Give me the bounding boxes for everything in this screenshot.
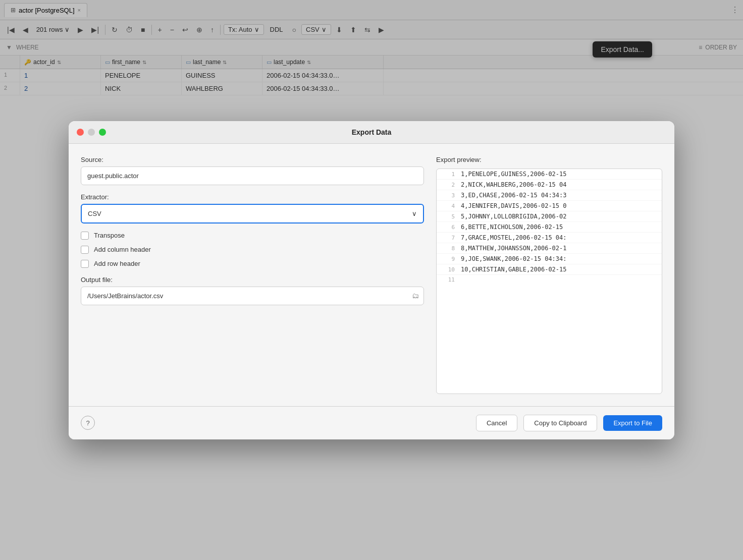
preview-line-num: 5 xyxy=(441,213,455,220)
preview-content: 6,BETTE,NICHOLSON,2006-02-15 xyxy=(461,223,563,231)
preview-line-num: 1 xyxy=(441,171,455,178)
preview-row: 99,JOE,SWANK,2006-02-15 04:34: xyxy=(437,254,662,264)
modal-footer: ? Cancel Copy to Clipboard Export to Fil… xyxy=(69,406,674,439)
transpose-checkbox[interactable] xyxy=(81,232,89,240)
output-file-field[interactable]: /Users/JetBrains/actor.csv xyxy=(81,287,424,305)
folder-icon[interactable]: 🗂 xyxy=(412,292,419,300)
help-button[interactable]: ? xyxy=(81,416,95,430)
extractor-dropdown-icon: ∨ xyxy=(412,210,417,217)
preview-line-num: 7 xyxy=(441,235,455,241)
source-section: Source: guest.public.actor xyxy=(81,156,424,185)
add-column-header-checkbox[interactable] xyxy=(81,246,89,254)
output-file-label: Output file: xyxy=(81,276,424,284)
add-row-header-label: Add row header xyxy=(94,260,140,267)
modal-titlebar: Export Data xyxy=(69,121,674,144)
output-file-section: Output file: /Users/JetBrains/actor.csv … xyxy=(81,276,424,305)
close-window-button[interactable] xyxy=(77,129,84,136)
source-label: Source: xyxy=(81,156,424,163)
add-row-header-checkbox-item[interactable]: Add row header xyxy=(81,260,424,268)
cancel-button[interactable]: Cancel xyxy=(476,415,517,431)
preview-line-num: 4 xyxy=(441,203,455,209)
preview-content: 8,MATTHEW,JOHANSSON,2006-02-1 xyxy=(461,245,567,252)
preview-content: 9,JOE,SWANK,2006-02-15 04:34: xyxy=(461,255,567,262)
preview-row: 77,GRACE,MOSTEL,2006-02-15 04: xyxy=(437,233,662,243)
modal-title: Export Data xyxy=(352,128,392,136)
output-file-container: /Users/JetBrains/actor.csv 🗂 xyxy=(81,287,424,305)
preview-label: Export preview: xyxy=(436,156,662,163)
transpose-label: Transpose xyxy=(94,232,125,239)
modal-overlay: Export Data Source: guest.public.actor E… xyxy=(0,0,743,560)
preview-row: 33,ED,CHASE,2006-02-15 04:34:3 xyxy=(437,190,662,201)
extractor-select[interactable]: CSV ∨ xyxy=(81,204,424,223)
extractor-label: Extractor: xyxy=(81,193,424,201)
preview-content: 2,NICK,WAHLBERG,2006-02-15 04 xyxy=(461,181,567,188)
preview-row: 66,BETTE,NICHOLSON,2006-02-15 xyxy=(437,222,662,233)
window-controls xyxy=(77,129,106,136)
add-row-header-checkbox[interactable] xyxy=(81,260,89,268)
transpose-checkbox-item[interactable]: Transpose xyxy=(81,232,424,240)
preview-line-num: 10 xyxy=(441,266,455,273)
preview-row: 1010,CHRISTIAN,GABLE,2006-02-15 xyxy=(437,264,662,275)
preview-row: 55,JOHNNY,LOLLOBRIGIDA,2006-02 xyxy=(437,211,662,222)
preview-line-num: 8 xyxy=(441,245,455,252)
modal-body: Source: guest.public.actor Extractor: CS… xyxy=(69,144,674,406)
preview-line-num: 11 xyxy=(441,276,455,283)
preview-line-num: 2 xyxy=(441,182,455,188)
add-column-header-checkbox-item[interactable]: Add column header xyxy=(81,246,424,254)
maximize-window-button[interactable] xyxy=(99,129,106,136)
modal-right-panel: Export preview: 11,PENELOPE,GUINESS,2006… xyxy=(436,156,662,394)
preview-row: 22,NICK,WAHLBERG,2006-02-15 04 xyxy=(437,180,662,190)
preview-content: 4,JENNIFER,DAVIS,2006-02-15 0 xyxy=(461,202,567,209)
source-field: guest.public.actor xyxy=(81,166,424,185)
add-column-header-label: Add column header xyxy=(94,246,151,253)
copy-to-clipboard-button[interactable]: Copy to Clipboard xyxy=(523,415,597,431)
modal-left-panel: Source: guest.public.actor Extractor: CS… xyxy=(81,156,424,394)
export-dialog: Export Data Source: guest.public.actor E… xyxy=(69,121,674,439)
preview-line-num: 9 xyxy=(441,256,455,262)
preview-content: 7,GRACE,MOSTEL,2006-02-15 04: xyxy=(461,234,567,241)
extractor-section: Extractor: CSV ∨ xyxy=(81,193,424,223)
preview-content: 5,JOHNNY,LOLLOBRIGIDA,2006-02 xyxy=(461,213,567,220)
preview-row: 11,PENELOPE,GUINESS,2006-02-15 xyxy=(437,169,662,180)
preview-row: 44,JENNIFER,DAVIS,2006-02-15 0 xyxy=(437,201,662,211)
preview-content: 1,PENELOPE,GUINESS,2006-02-15 xyxy=(461,171,567,178)
preview-row: 88,MATTHEW,JOHANSSON,2006-02-1 xyxy=(437,243,662,254)
preview-area: 11,PENELOPE,GUINESS,2006-02-1522,NICK,WA… xyxy=(436,169,662,394)
preview-content: 10,CHRISTIAN,GABLE,2006-02-15 xyxy=(461,266,567,273)
preview-line-num: 3 xyxy=(441,192,455,199)
extractor-value: CSV xyxy=(88,210,101,217)
checkbox-group: Transpose Add column header Add row head… xyxy=(81,232,424,268)
preview-line-num: 6 xyxy=(441,224,455,231)
export-to-file-button[interactable]: Export to File xyxy=(603,415,662,431)
minimize-window-button[interactable] xyxy=(88,129,95,136)
preview-row: 11 xyxy=(437,275,662,285)
preview-content: 3,ED,CHASE,2006-02-15 04:34:3 xyxy=(461,192,567,199)
